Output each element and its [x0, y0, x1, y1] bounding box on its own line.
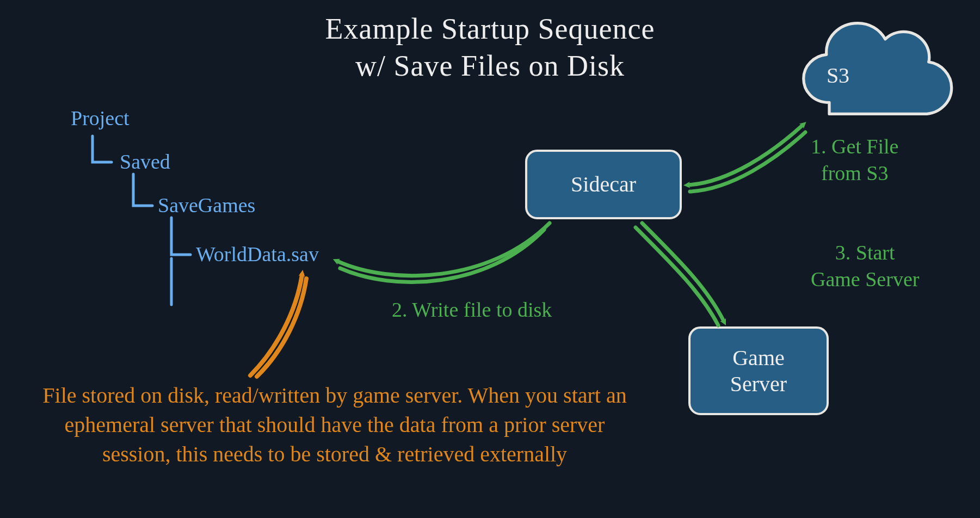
diagram-title: Example Startup Sequence w/ Save Files o…	[325, 11, 655, 84]
s3-cloud-icon: S3	[804, 23, 952, 114]
arrow-step3	[636, 223, 724, 325]
step-3-label: 3. Start Game Server	[811, 239, 919, 293]
tree-level2: SaveGames	[158, 193, 255, 217]
step-2-label: 2. Write file to disk	[392, 297, 552, 323]
s3-cloud-label: S3	[827, 63, 849, 88]
node-gameserver: Game Server	[688, 326, 829, 415]
arrow-annotation	[250, 275, 306, 377]
arrow-step1	[688, 125, 805, 192]
annotation-text: File stored on disk, read/written by gam…	[30, 381, 639, 469]
diagram-stage: Example Startup Sequence w/ Save Files o…	[0, 0, 980, 518]
node-sidecar: Sidecar	[525, 150, 682, 219]
step-1-label: 1. Get File from S3	[811, 133, 898, 187]
tree-level3: WorldData.sav	[196, 242, 319, 266]
arrow-step2	[337, 223, 550, 282]
tree-root: Project	[71, 106, 130, 130]
tree-level1: Saved	[120, 150, 170, 174]
